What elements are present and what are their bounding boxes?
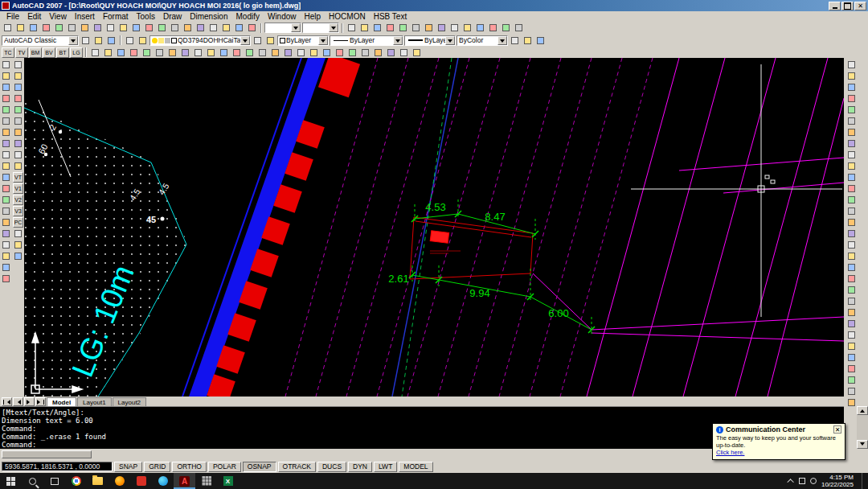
menu-tools[interactable]: Tools <box>133 12 159 21</box>
toolbar-icon[interactable] <box>154 47 166 58</box>
toolbar-icon[interactable] <box>12 93 24 104</box>
toolbar-icon[interactable] <box>346 47 358 58</box>
toolbar-icon[interactable] <box>0 183 12 194</box>
custom-button-bm[interactable]: BM <box>29 47 42 58</box>
undo-combo[interactable] <box>264 23 301 33</box>
taskbar-excel[interactable] <box>217 473 239 489</box>
toolbar-icon[interactable] <box>220 23 232 33</box>
plotstyle-combo[interactable]: ByColor <box>457 35 508 46</box>
toolbar-icon[interactable] <box>522 35 534 46</box>
status-toggle-dyn[interactable]: DYN <box>348 462 372 472</box>
command-scrollbar[interactable] <box>857 406 868 449</box>
toolbar-icon[interactable] <box>92 23 104 33</box>
toolbar-icon[interactable] <box>0 195 12 205</box>
toolbar-icon[interactable] <box>398 47 410 58</box>
menu-file[interactable]: File <box>2 12 23 21</box>
toolbar-icon[interactable] <box>256 47 268 58</box>
scroll-up-icon[interactable] <box>857 406 868 415</box>
toolbar-icon[interactable] <box>845 262 858 273</box>
taskbar-clock[interactable]: 4:15 PM 10/22/2025 <box>821 474 857 488</box>
toolbar-icon[interactable] <box>0 60 12 70</box>
taskbar-edge[interactable] <box>152 473 174 489</box>
toolbar-icon[interactable] <box>845 228 858 239</box>
popup-close-icon[interactable] <box>833 425 841 434</box>
toolbar-icon[interactable] <box>845 318 858 329</box>
status-toggle-model[interactable]: MODEL <box>399 462 432 472</box>
toolbar-icon[interactable] <box>534 35 547 46</box>
chevron-down-icon[interactable] <box>68 36 78 45</box>
toolbar-icon[interactable] <box>308 47 320 58</box>
toolbar-icon[interactable] <box>474 23 486 33</box>
side-button-v2[interactable]: V2 <box>13 195 23 205</box>
toolbar-icon[interactable] <box>169 23 181 33</box>
taskbar-search-button[interactable] <box>22 473 43 489</box>
toolbar-icon[interactable] <box>358 23 371 33</box>
toolbar-icon[interactable] <box>12 150 24 160</box>
menu-edit[interactable]: Edit <box>23 12 45 21</box>
tab-last-button[interactable] <box>35 397 46 406</box>
toolbar-icon[interactable] <box>104 23 117 33</box>
toolbar-icon[interactable] <box>509 35 521 46</box>
toolbar-icon[interactable] <box>423 23 435 33</box>
toolbar-icon[interactable] <box>845 217 858 228</box>
tab-next-button[interactable] <box>24 397 35 406</box>
toolbar-icon[interactable] <box>128 47 140 58</box>
menu-window[interactable]: Window <box>264 12 301 21</box>
toolbar-icon[interactable] <box>845 352 858 363</box>
toolbar-icon[interactable] <box>461 23 473 33</box>
color-combo[interactable]: ByLayer <box>277 35 329 46</box>
toolbar-icon[interactable] <box>231 47 243 58</box>
toolbar-icon[interactable] <box>371 23 383 33</box>
chevron-down-icon[interactable] <box>240 36 250 45</box>
toolbar-icon[interactable] <box>102 47 114 58</box>
tray-network-icon[interactable] <box>799 478 805 484</box>
menu-view[interactable]: View <box>45 12 71 21</box>
chevron-down-icon[interactable] <box>393 36 403 45</box>
chevron-down-icon[interactable] <box>291 23 301 32</box>
taskbar-app-red[interactable] <box>130 473 152 489</box>
toolbar-icon[interactable] <box>0 150 12 160</box>
toolbar-icon[interactable] <box>66 23 78 33</box>
toolbar-icon[interactable] <box>500 23 512 33</box>
toolbar-icon[interactable] <box>0 228 12 239</box>
custom-button-bv[interactable]: BV <box>43 47 55 58</box>
toolbar-icon[interactable] <box>0 93 12 104</box>
toolbar-icon[interactable] <box>845 296 858 306</box>
toolbar-icon[interactable] <box>0 217 12 228</box>
toolbar-icon[interactable] <box>0 138 12 149</box>
toolbar-icon[interactable] <box>845 127 858 138</box>
toolbar-icon[interactable] <box>0 161 12 171</box>
toolbar-icon[interactable] <box>0 105 12 115</box>
toolbar-icon[interactable] <box>12 82 24 92</box>
status-toggle-lwt[interactable]: LWT <box>374 462 397 472</box>
toolbar-icon[interactable] <box>2 23 14 33</box>
status-toggle-ortho[interactable]: ORTHO <box>172 462 207 472</box>
toolbar-icon[interactable] <box>282 47 294 58</box>
toolbar-icon[interactable] <box>194 23 207 33</box>
custom-button-tc[interactable]: TC <box>2 47 14 58</box>
status-toggle-otrack[interactable]: OTRACK <box>278 462 316 472</box>
tray-caret-icon[interactable] <box>787 479 793 485</box>
toolbar-icon[interactable] <box>0 71 12 81</box>
toolbar-icon[interactable] <box>12 138 24 149</box>
toolbar-icon[interactable] <box>79 23 91 33</box>
toolbar-icon[interactable] <box>205 47 217 58</box>
drawing-canvas[interactable]: 4.53 8.47 2.61 9.94 6.00 45 4.5 4.5 2 60… <box>24 58 844 397</box>
redo-combo[interactable] <box>302 23 339 33</box>
toolbar-icon[interactable] <box>845 251 858 261</box>
toolbar-icon[interactable] <box>845 172 858 183</box>
toolbar-icon[interactable] <box>166 47 178 58</box>
toolbar-icon[interactable] <box>0 116 12 126</box>
hscroll-thumb[interactable] <box>2 450 92 458</box>
menu-modify[interactable]: Modify <box>232 12 264 21</box>
toolbar-icon[interactable] <box>487 23 499 33</box>
toolbar-icon[interactable] <box>410 23 422 33</box>
toolbar-icon[interactable] <box>845 375 858 385</box>
toolbar-icon[interactable] <box>0 273 12 284</box>
toolbar-icon[interactable] <box>845 195 858 205</box>
toolbar-icon[interactable] <box>513 23 525 33</box>
side-button-v3[interactable]: V3 <box>13 206 23 216</box>
toolbar-icon[interactable] <box>207 23 219 33</box>
show-desktop-button[interactable] <box>862 473 865 489</box>
chevron-down-icon[interactable] <box>445 36 455 45</box>
